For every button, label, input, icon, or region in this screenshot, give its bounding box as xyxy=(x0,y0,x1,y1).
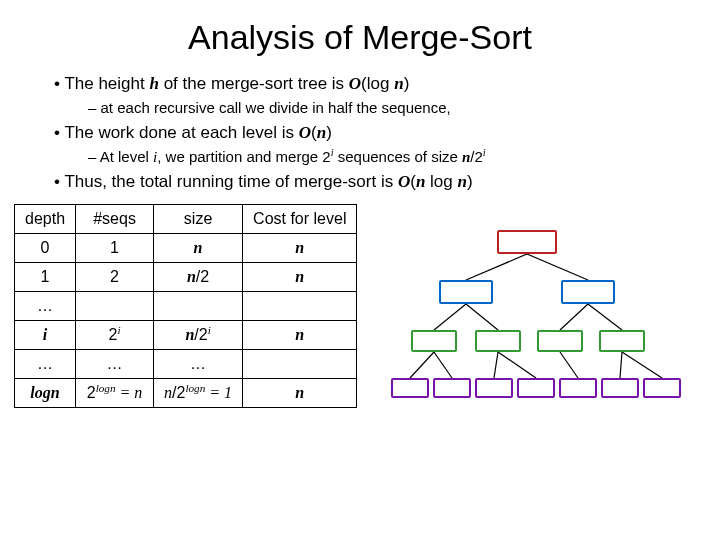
tree-node-l3 xyxy=(601,378,639,398)
svg-line-4 xyxy=(560,304,588,330)
text: , we partition and merge xyxy=(157,148,322,165)
col-cost: Cost for level xyxy=(243,205,357,234)
exp-logn: logn xyxy=(185,382,205,394)
text: (log xyxy=(361,74,394,93)
tree-node-l3 xyxy=(433,378,471,398)
table-row: … … … xyxy=(15,350,357,379)
cell: n/2 xyxy=(154,263,243,292)
eq: = 1 xyxy=(205,384,232,401)
cell: logn xyxy=(15,379,76,408)
tree-node-l1 xyxy=(439,280,493,304)
text: ) xyxy=(326,123,332,142)
cell-empty xyxy=(243,350,357,379)
var-n: n xyxy=(317,123,326,142)
cell: n xyxy=(243,321,357,350)
var-n: n xyxy=(394,74,403,93)
subbullet-level-i: At level i, we partition and merge 2i se… xyxy=(88,147,680,167)
var-logn: logn xyxy=(30,384,59,401)
text: log xyxy=(425,172,457,191)
var-n: n xyxy=(134,384,142,401)
cell: i xyxy=(15,321,76,350)
svg-line-5 xyxy=(588,304,622,330)
text: /2 xyxy=(172,384,185,401)
cell-empty xyxy=(154,292,243,321)
svg-line-2 xyxy=(434,304,466,330)
bullet-height: The height h of the merge-sort tree is O… xyxy=(54,73,680,96)
col-depth: depth xyxy=(15,205,76,234)
cell: n/2i xyxy=(154,321,243,350)
big-o: O xyxy=(299,123,311,142)
table-row: i 2i n/2i n xyxy=(15,321,357,350)
cell: 1 xyxy=(15,263,76,292)
text: sequences of size xyxy=(334,148,462,165)
var-n: n xyxy=(295,268,304,285)
cell: … xyxy=(15,350,76,379)
cost-table: depth #seqs size Cost for level 0 1 n n … xyxy=(14,204,357,430)
bullet-work: The work done at each level is O(n) xyxy=(54,122,680,145)
var-i: i xyxy=(43,326,47,343)
svg-line-8 xyxy=(494,352,498,378)
svg-line-12 xyxy=(622,352,662,378)
col-seqs: #seqs xyxy=(76,205,154,234)
text: The height xyxy=(64,74,149,93)
text: ) xyxy=(467,172,473,191)
slide-title: Analysis of Merge-Sort xyxy=(0,0,720,69)
text: ) xyxy=(404,74,410,93)
cell: 1 xyxy=(76,234,154,263)
text: Thus, the total running time of merge-so… xyxy=(64,172,398,191)
cell: n xyxy=(243,379,357,408)
exp-i: i xyxy=(483,147,486,158)
table-row: 0 1 n n xyxy=(15,234,357,263)
tree-node-l2 xyxy=(475,330,521,352)
cell: … xyxy=(15,292,76,321)
big-o: O xyxy=(398,172,410,191)
var-n: n xyxy=(295,384,304,401)
cell: n xyxy=(154,234,243,263)
text: /2 xyxy=(194,326,207,343)
big-o: O xyxy=(349,74,361,93)
var-n: n xyxy=(457,172,466,191)
eq: = xyxy=(116,384,135,401)
cell: n xyxy=(243,263,357,292)
num: 2 xyxy=(87,384,96,401)
exp-i: i xyxy=(117,324,120,336)
cell: … xyxy=(76,350,154,379)
var-n: n xyxy=(295,326,304,343)
bullet-list: The height h of the merge-sort tree is O… xyxy=(0,73,720,194)
text: At level xyxy=(100,148,153,165)
text: The work done at each level is xyxy=(64,123,298,142)
var-n: n xyxy=(295,239,304,256)
bullet-total: Thus, the total running time of merge-so… xyxy=(54,171,680,194)
svg-line-7 xyxy=(434,352,452,378)
tree-node-l3 xyxy=(643,378,681,398)
svg-line-6 xyxy=(410,352,434,378)
tree-node-l1 xyxy=(561,280,615,304)
var-n: n xyxy=(164,384,172,401)
cell: 2logn = n xyxy=(76,379,154,408)
cell-empty xyxy=(76,292,154,321)
svg-line-10 xyxy=(560,352,578,378)
cell: n/2logn = 1 xyxy=(154,379,243,408)
cell: 0 xyxy=(15,234,76,263)
svg-line-11 xyxy=(620,352,622,378)
svg-line-0 xyxy=(466,254,527,280)
tree-node-l3 xyxy=(559,378,597,398)
var-h: h xyxy=(149,74,158,93)
table-row: logn 2logn = n n/2logn = 1 n xyxy=(15,379,357,408)
tree-node-l2 xyxy=(537,330,583,352)
exp-i: i xyxy=(208,324,211,336)
tree-node-l3 xyxy=(517,378,555,398)
num: 2 xyxy=(322,148,330,165)
var-n: n xyxy=(187,268,196,285)
tree-node-l3 xyxy=(475,378,513,398)
var-n: n xyxy=(194,239,203,256)
exp-logn: logn xyxy=(96,382,116,394)
tree-node-root xyxy=(497,230,557,254)
cell: … xyxy=(154,350,243,379)
table-header-row: depth #seqs size Cost for level xyxy=(15,205,357,234)
merge-sort-tree xyxy=(377,204,720,430)
cell: 2 xyxy=(76,263,154,292)
table-row: … xyxy=(15,292,357,321)
tree-node-l2 xyxy=(599,330,645,352)
cell-empty xyxy=(243,292,357,321)
